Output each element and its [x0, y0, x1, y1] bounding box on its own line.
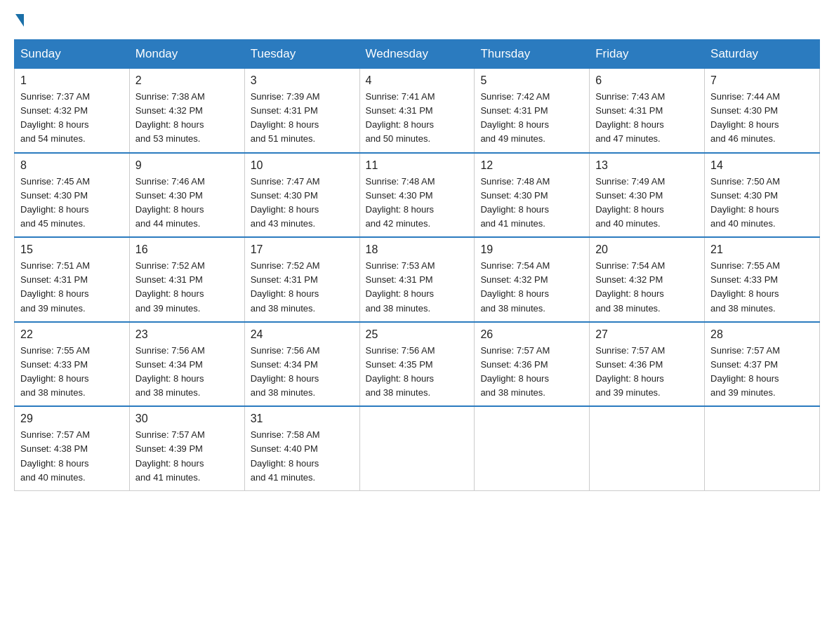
day-detail: Sunrise: 7:46 AM Sunset: 4:30 PM Dayligh… — [135, 175, 239, 232]
day-detail: Sunrise: 7:55 AM Sunset: 4:33 PM Dayligh… — [20, 344, 124, 401]
day-detail: Sunrise: 7:48 AM Sunset: 4:30 PM Dayligh… — [480, 175, 583, 232]
calendar-cell — [359, 406, 475, 490]
calendar-cell: 29 Sunrise: 7:57 AM Sunset: 4:38 PM Dayl… — [15, 406, 130, 490]
calendar-cell: 5 Sunrise: 7:42 AM Sunset: 4:31 PM Dayli… — [475, 69, 590, 153]
calendar-table: SundayMondayTuesdayWednesdayThursdayFrid… — [14, 39, 820, 491]
day-number: 13 — [595, 159, 699, 172]
day-detail: Sunrise: 7:41 AM Sunset: 4:31 PM Dayligh… — [366, 90, 469, 147]
day-detail: Sunrise: 7:48 AM Sunset: 4:30 PM Dayligh… — [366, 175, 469, 232]
day-number: 2 — [135, 74, 239, 87]
day-number: 7 — [710, 74, 814, 87]
day-detail: Sunrise: 7:54 AM Sunset: 4:32 PM Dayligh… — [595, 259, 699, 316]
day-detail: Sunrise: 7:37 AM Sunset: 4:32 PM Dayligh… — [20, 90, 124, 147]
day-detail: Sunrise: 7:44 AM Sunset: 4:30 PM Dayligh… — [710, 90, 814, 147]
page-header — [14, 14, 820, 27]
day-detail: Sunrise: 7:57 AM Sunset: 4:38 PM Dayligh… — [20, 428, 124, 485]
calendar-cell: 31 Sunrise: 7:58 AM Sunset: 4:40 PM Dayl… — [244, 406, 359, 490]
day-detail: Sunrise: 7:39 AM Sunset: 4:31 PM Dayligh… — [251, 90, 354, 147]
day-number: 30 — [135, 412, 239, 425]
day-number: 12 — [480, 159, 583, 172]
day-number: 6 — [595, 74, 699, 87]
day-detail: Sunrise: 7:57 AM Sunset: 4:36 PM Dayligh… — [595, 344, 699, 401]
day-detail: Sunrise: 7:56 AM Sunset: 4:35 PM Dayligh… — [366, 344, 469, 401]
calendar-cell: 18 Sunrise: 7:53 AM Sunset: 4:31 PM Dayl… — [359, 237, 475, 322]
calendar-cell: 12 Sunrise: 7:48 AM Sunset: 4:30 PM Dayl… — [475, 153, 590, 238]
calendar-cell: 1 Sunrise: 7:37 AM Sunset: 4:32 PM Dayli… — [15, 69, 130, 153]
day-detail: Sunrise: 7:57 AM Sunset: 4:39 PM Dayligh… — [135, 428, 239, 485]
calendar-cell: 3 Sunrise: 7:39 AM Sunset: 4:31 PM Dayli… — [244, 69, 359, 153]
day-number: 24 — [251, 328, 354, 341]
day-detail: Sunrise: 7:38 AM Sunset: 4:32 PM Dayligh… — [135, 90, 239, 147]
day-detail: Sunrise: 7:42 AM Sunset: 4:31 PM Dayligh… — [480, 90, 583, 147]
day-number: 28 — [710, 328, 814, 341]
calendar-cell: 26 Sunrise: 7:57 AM Sunset: 4:36 PM Dayl… — [475, 322, 590, 407]
calendar-cell: 16 Sunrise: 7:52 AM Sunset: 4:31 PM Dayl… — [129, 237, 244, 322]
calendar-cell: 17 Sunrise: 7:52 AM Sunset: 4:31 PM Dayl… — [244, 237, 359, 322]
day-detail: Sunrise: 7:56 AM Sunset: 4:34 PM Dayligh… — [135, 344, 239, 401]
calendar-cell: 15 Sunrise: 7:51 AM Sunset: 4:31 PM Dayl… — [15, 237, 130, 322]
calendar-week-row: 29 Sunrise: 7:57 AM Sunset: 4:38 PM Dayl… — [15, 406, 820, 490]
day-number: 25 — [366, 328, 469, 341]
calendar-cell: 6 Sunrise: 7:43 AM Sunset: 4:31 PM Dayli… — [590, 69, 705, 153]
calendar-cell: 20 Sunrise: 7:54 AM Sunset: 4:32 PM Dayl… — [590, 237, 705, 322]
day-detail: Sunrise: 7:43 AM Sunset: 4:31 PM Dayligh… — [595, 90, 699, 147]
calendar-week-row: 15 Sunrise: 7:51 AM Sunset: 4:31 PM Dayl… — [15, 237, 820, 322]
calendar-week-row: 22 Sunrise: 7:55 AM Sunset: 4:33 PM Dayl… — [15, 322, 820, 407]
day-number: 3 — [251, 74, 354, 87]
calendar-cell: 9 Sunrise: 7:46 AM Sunset: 4:30 PM Dayli… — [129, 153, 244, 238]
day-detail: Sunrise: 7:49 AM Sunset: 4:30 PM Dayligh… — [595, 175, 699, 232]
day-number: 1 — [20, 74, 124, 87]
day-detail: Sunrise: 7:51 AM Sunset: 4:31 PM Dayligh… — [20, 259, 124, 316]
calendar-cell — [705, 406, 820, 490]
calendar-cell: 28 Sunrise: 7:57 AM Sunset: 4:37 PM Dayl… — [705, 322, 820, 407]
day-number: 8 — [20, 159, 124, 172]
logo-arrow-icon — [15, 14, 24, 27]
day-detail: Sunrise: 7:50 AM Sunset: 4:30 PM Dayligh… — [710, 175, 814, 232]
day-number: 17 — [251, 243, 354, 256]
day-number: 21 — [710, 243, 814, 256]
day-detail: Sunrise: 7:54 AM Sunset: 4:32 PM Dayligh… — [480, 259, 583, 316]
day-of-week-header: Friday — [590, 40, 705, 69]
calendar-week-row: 1 Sunrise: 7:37 AM Sunset: 4:32 PM Dayli… — [15, 69, 820, 153]
calendar-cell: 27 Sunrise: 7:57 AM Sunset: 4:36 PM Dayl… — [590, 322, 705, 407]
calendar-cell: 7 Sunrise: 7:44 AM Sunset: 4:30 PM Dayli… — [705, 69, 820, 153]
calendar-cell: 4 Sunrise: 7:41 AM Sunset: 4:31 PM Dayli… — [359, 69, 475, 153]
calendar-cell: 11 Sunrise: 7:48 AM Sunset: 4:30 PM Dayl… — [359, 153, 475, 238]
day-number: 10 — [251, 159, 354, 172]
day-of-week-header: Tuesday — [244, 40, 359, 69]
day-detail: Sunrise: 7:58 AM Sunset: 4:40 PM Dayligh… — [251, 428, 354, 485]
day-number: 4 — [366, 74, 469, 87]
day-number: 18 — [366, 243, 469, 256]
day-of-week-header: Thursday — [475, 40, 590, 69]
calendar-cell — [475, 406, 590, 490]
day-detail: Sunrise: 7:52 AM Sunset: 4:31 PM Dayligh… — [135, 259, 239, 316]
calendar-week-row: 8 Sunrise: 7:45 AM Sunset: 4:30 PM Dayli… — [15, 153, 820, 238]
day-detail: Sunrise: 7:45 AM Sunset: 4:30 PM Dayligh… — [20, 175, 124, 232]
calendar-cell: 21 Sunrise: 7:55 AM Sunset: 4:33 PM Dayl… — [705, 237, 820, 322]
calendar-cell: 2 Sunrise: 7:38 AM Sunset: 4:32 PM Dayli… — [129, 69, 244, 153]
day-detail: Sunrise: 7:47 AM Sunset: 4:30 PM Dayligh… — [251, 175, 354, 232]
calendar-cell: 8 Sunrise: 7:45 AM Sunset: 4:30 PM Dayli… — [15, 153, 130, 238]
day-detail: Sunrise: 7:55 AM Sunset: 4:33 PM Dayligh… — [710, 259, 814, 316]
calendar-cell: 19 Sunrise: 7:54 AM Sunset: 4:32 PM Dayl… — [475, 237, 590, 322]
day-detail: Sunrise: 7:57 AM Sunset: 4:37 PM Dayligh… — [710, 344, 814, 401]
day-of-week-header: Monday — [129, 40, 244, 69]
day-detail: Sunrise: 7:53 AM Sunset: 4:31 PM Dayligh… — [366, 259, 469, 316]
day-number: 16 — [135, 243, 239, 256]
day-number: 31 — [251, 412, 354, 425]
day-number: 20 — [595, 243, 699, 256]
calendar-cell: 14 Sunrise: 7:50 AM Sunset: 4:30 PM Dayl… — [705, 153, 820, 238]
day-number: 19 — [480, 243, 583, 256]
day-detail: Sunrise: 7:57 AM Sunset: 4:36 PM Dayligh… — [480, 344, 583, 401]
day-number: 27 — [595, 328, 699, 341]
day-number: 29 — [20, 412, 124, 425]
day-number: 22 — [20, 328, 124, 341]
calendar-cell: 22 Sunrise: 7:55 AM Sunset: 4:33 PM Dayl… — [15, 322, 130, 407]
day-of-week-header: Wednesday — [359, 40, 475, 69]
day-number: 26 — [480, 328, 583, 341]
day-number: 14 — [710, 159, 814, 172]
day-of-week-header: Saturday — [705, 40, 820, 69]
day-number: 11 — [366, 159, 469, 172]
calendar-cell: 25 Sunrise: 7:56 AM Sunset: 4:35 PM Dayl… — [359, 322, 475, 407]
day-number: 23 — [135, 328, 239, 341]
